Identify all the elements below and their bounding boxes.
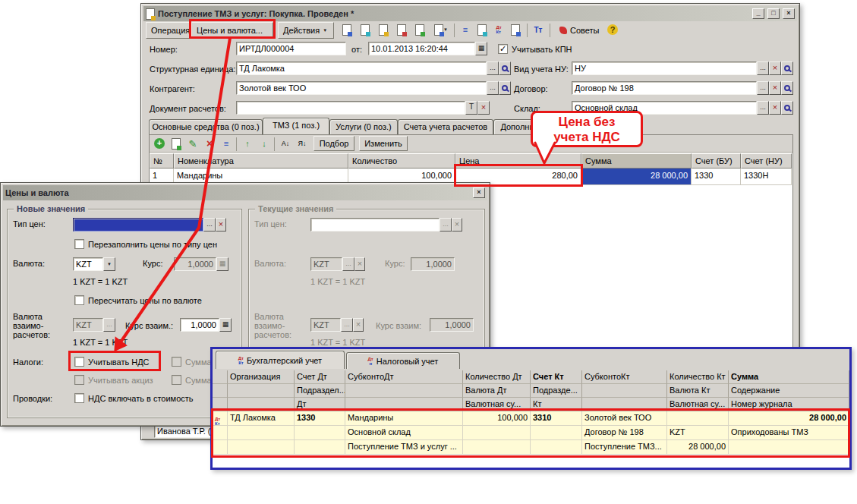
column-header-sum[interactable]: Сумма [729, 370, 849, 384]
maximize-button[interactable]: □ [767, 8, 780, 19]
cell-account-nu[interactable]: 1330Н [741, 169, 792, 185]
tab-fixed-assets[interactable]: Основные средства (0 поз.) [149, 119, 263, 134]
table-row[interactable]: Основной склад Договор № 198 KZT Оприход… [213, 426, 849, 440]
column-header-kt-currency[interactable]: Валюта Кт [667, 384, 729, 398]
column-header-dt-subdivision[interactable]: Подраздел... [295, 384, 345, 398]
levels-button[interactable]: ≡ [219, 137, 233, 150]
choose-button[interactable]: ... [757, 81, 769, 95]
currency-combo[interactable]: KZT [73, 257, 103, 271]
column-header-kt-subdivision2[interactable]: Кт [531, 398, 582, 411]
list-settings-icon[interactable]: ≡ [458, 23, 472, 36]
cell-sum[interactable]: 28 000,00 [729, 411, 849, 426]
column-header-nomenclature[interactable]: Номенклатура [174, 153, 348, 169]
price-type-field[interactable] [73, 218, 203, 232]
text-constant-icon[interactable]: Тт [531, 23, 545, 36]
structure-icon[interactable] [475, 23, 489, 36]
cell-sum[interactable]: 28 000,00 [581, 169, 692, 185]
mutual-currency-field[interactable]: KZT [73, 318, 103, 332]
cell-kt-subconto2[interactable]: Договор № 198 [582, 426, 667, 440]
choose-button[interactable]: ... [487, 81, 499, 95]
table-row[interactable]: Поступление ТМЗ и услуг ... Поступление … [213, 440, 849, 455]
calculator-button[interactable]: ▦ [216, 257, 228, 271]
cell-blank[interactable] [531, 440, 582, 455]
edit-row-button[interactable]: ✎ [186, 137, 200, 150]
column-header-account-bu[interactable]: Счет (БУ) [692, 153, 741, 169]
contract-field[interactable]: Договор № 198 [572, 81, 757, 95]
choose-button[interactable]: ... [757, 101, 769, 115]
move-down-button[interactable]: ↓ [257, 137, 271, 150]
open-button[interactable] [499, 61, 511, 75]
open-button[interactable] [781, 61, 793, 75]
based-on-icon[interactable]: ▼ [431, 23, 451, 36]
column-header-dt-qty[interactable]: Количество Дт [463, 370, 531, 384]
prices-currency-button[interactable]: Цены и валюта... [191, 22, 273, 39]
close-button[interactable]: × [783, 8, 795, 19]
cell-blank[interactable] [295, 426, 345, 440]
column-header-price[interactable]: Цена [455, 153, 581, 169]
column-header-kt-subconto[interactable]: СубконтоКт [582, 370, 667, 384]
column-header-organization[interactable]: Организация [228, 370, 295, 384]
column-header-kt-currency-sum[interactable]: Валютная су... [667, 398, 729, 411]
tab-settlement-accounts[interactable]: Счета учета расчетов [398, 119, 493, 134]
refresh-icon[interactable] [358, 23, 372, 36]
title-bar[interactable]: Поступление ТМЗ и услуг: Покупка. Провед… [143, 6, 797, 21]
open-button[interactable] [781, 101, 793, 115]
clear-button[interactable]: × [477, 101, 490, 115]
cell-blank[interactable] [463, 440, 531, 455]
operation-menu-button[interactable]: Операция ▼ [146, 22, 193, 39]
cell-kt-subconto3[interactable]: Поступление ТМЗ... [582, 440, 667, 455]
column-header-dt-account[interactable]: Счет Дт [295, 370, 345, 384]
cell-dt-subconto1[interactable]: Мандарины [345, 411, 463, 426]
cell-kt-subconto1[interactable]: Золотой век ТОО [582, 411, 667, 426]
column-header-num[interactable]: № [150, 153, 174, 169]
column-header-account-nu[interactable]: Счет (НУ) [741, 153, 792, 169]
cell-blank[interactable] [531, 426, 582, 440]
structural-unit-field[interactable]: ТД Лакомка [236, 61, 487, 75]
date-field[interactable]: 10.01.2013 16:20:44 [368, 42, 475, 55]
cell-account-bu[interactable]: 1330 [692, 169, 741, 185]
vat-checkbox[interactable] [74, 357, 84, 367]
cell-kt-qty1[interactable] [667, 411, 729, 426]
column-header-dt-subdivision2[interactable]: Дт [295, 398, 345, 411]
cell-dt-account[interactable]: 1330 [295, 411, 345, 426]
cell-kt-currency[interactable]: KZT [667, 426, 729, 440]
sort-asc-button[interactable]: А↓ [279, 137, 292, 150]
mutual-rate-field[interactable]: 1,0000 [180, 318, 219, 332]
dt-kt-icon[interactable]: ДтКт [492, 23, 506, 36]
column-header-sum[interactable]: Сумма [581, 153, 692, 169]
dropdown-button[interactable]: ▼ [103, 257, 115, 271]
column-header-journal-number[interactable]: Номер журнала [729, 398, 849, 411]
number-field[interactable]: ИРТДЛ000004 [236, 42, 346, 55]
recalc-prices-checkbox[interactable] [74, 295, 84, 305]
settlement-doc-field[interactable] [236, 101, 465, 115]
column-header-kt-subdivision[interactable]: Подразде... [531, 384, 582, 398]
column-header-quantity[interactable]: Количество [348, 153, 455, 169]
column-header-dt-currency-sum[interactable]: Валютная су... [463, 398, 531, 411]
choose-button[interactable]: ... [757, 61, 769, 75]
cell-dt-subconto3[interactable]: Поступление ТМЗ и услуг ... [345, 440, 463, 455]
dialog-close-button[interactable]: × [473, 187, 485, 198]
open-button[interactable] [499, 81, 511, 95]
cell-kt-account[interactable]: 3310 [531, 411, 582, 426]
clear-button[interactable]: × [769, 101, 781, 115]
tips-button[interactable]: Советы [554, 22, 604, 39]
column-header-dt-currency[interactable]: Валюта Дт [463, 384, 531, 398]
open-button[interactable] [781, 81, 793, 95]
column-header-dt-subconto[interactable]: СубконтоДт [345, 370, 463, 384]
clear-button[interactable]: × [216, 218, 226, 232]
cell-content[interactable]: Оприходованы ТМЗ [729, 426, 849, 440]
save-icon[interactable] [413, 23, 427, 36]
vat-in-cost-checkbox[interactable] [74, 393, 84, 403]
tab-accounting[interactable]: ДтКт Бухгалтерский учет [216, 351, 345, 369]
cell-blank[interactable] [228, 426, 295, 440]
choose-button[interactable]: ... [103, 318, 115, 332]
dialog-title-bar[interactable]: Цены и валюта × [3, 185, 487, 200]
cell-kt-currency-sum[interactable]: 28 000,00 [667, 440, 729, 455]
minimize-button[interactable]: _ [752, 8, 764, 19]
cell-blank[interactable] [295, 440, 345, 455]
type-button[interactable]: Т [465, 101, 477, 115]
post-icon[interactable] [340, 23, 354, 36]
help-icon[interactable]: ? [606, 23, 619, 36]
choose-button[interactable]: ... [487, 61, 499, 75]
nu-kind-field[interactable]: НУ [572, 61, 757, 75]
